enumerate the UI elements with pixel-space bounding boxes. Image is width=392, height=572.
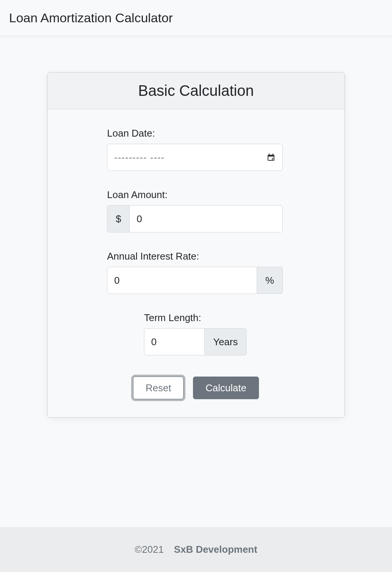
calculator-card: Basic Calculation Loan Date: --------- -… bbox=[47, 72, 345, 418]
loan-date-group: Loan Date: --------- ---- bbox=[107, 128, 285, 171]
percent-suffix: % bbox=[257, 267, 283, 294]
dollar-prefix: $ bbox=[107, 205, 129, 232]
term-length-input[interactable] bbox=[144, 328, 205, 355]
copyright-text: ©2021 bbox=[135, 544, 164, 555]
loan-amount-input-group: $ bbox=[107, 205, 283, 232]
page-title: Loan Amortization Calculator bbox=[9, 11, 383, 25]
interest-rate-label: Annual Interest Rate: bbox=[107, 251, 285, 262]
page-header: Loan Amortization Calculator bbox=[0, 0, 392, 36]
calendar-icon bbox=[266, 153, 276, 162]
footer-author-link[interactable]: SxB Development bbox=[174, 544, 257, 555]
loan-date-placeholder: --------- ---- bbox=[114, 152, 165, 163]
term-length-input-group: Years bbox=[144, 328, 247, 355]
term-length-group: Term Length: Years bbox=[144, 312, 285, 355]
button-row: Reset Calculate bbox=[107, 377, 285, 399]
years-suffix: Years bbox=[205, 328, 247, 355]
calculate-button[interactable]: Calculate bbox=[193, 377, 259, 399]
main-content: Basic Calculation Loan Date: --------- -… bbox=[0, 36, 392, 418]
loan-amount-input[interactable] bbox=[129, 205, 283, 232]
interest-rate-group: Annual Interest Rate: % bbox=[107, 251, 285, 294]
loan-amount-group: Loan Amount: $ bbox=[107, 189, 285, 232]
footer-text: ©2021 SxB Development bbox=[0, 544, 392, 555]
svg-point-4 bbox=[272, 158, 273, 160]
interest-rate-input-group: % bbox=[107, 267, 283, 294]
loan-date-input[interactable]: --------- ---- bbox=[107, 144, 283, 171]
page-footer: ©2021 SxB Development bbox=[0, 527, 392, 572]
term-length-label: Term Length: bbox=[144, 312, 285, 324]
loan-date-label: Loan Date: bbox=[107, 128, 285, 139]
interest-rate-input[interactable] bbox=[107, 267, 257, 294]
card-header: Basic Calculation bbox=[47, 72, 345, 109]
card-body: Loan Date: --------- ---- Loan Amount: $ bbox=[47, 109, 345, 417]
loan-amount-label: Loan Amount: bbox=[107, 189, 285, 201]
card-title: Basic Calculation bbox=[57, 82, 335, 99]
reset-button[interactable]: Reset bbox=[133, 377, 184, 399]
